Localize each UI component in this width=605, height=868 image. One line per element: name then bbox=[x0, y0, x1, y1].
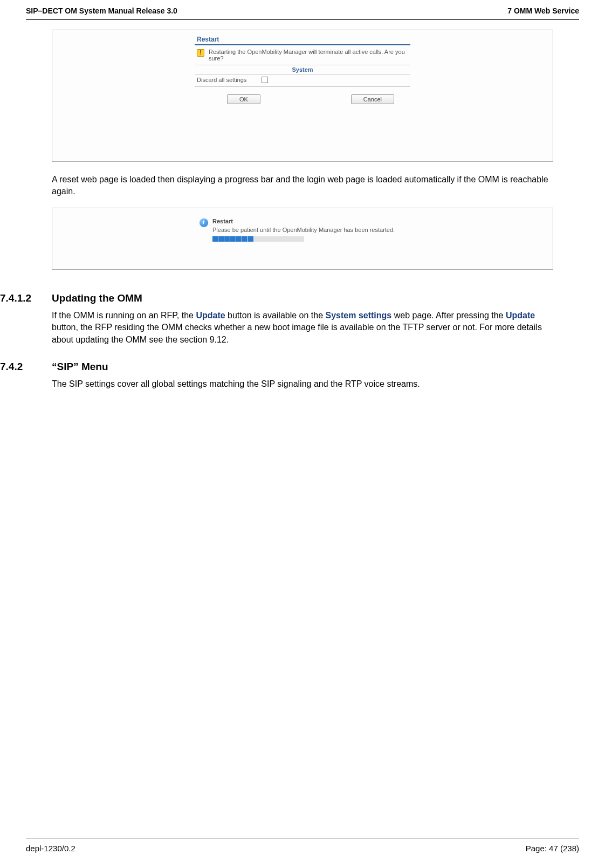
section-title: “SIP” Menu bbox=[52, 361, 108, 373]
page-footer: depl-1230/0.2 Page: 47 (238) bbox=[26, 838, 579, 853]
dialog-message: Restarting the OpenMobility Manager will… bbox=[209, 49, 408, 61]
para-sip-menu: The SIP settings cover all global settin… bbox=[52, 378, 553, 390]
discard-checkbox[interactable] bbox=[262, 77, 268, 83]
para-updating-omm: If the OMM is running on an RFP, the Upd… bbox=[52, 310, 553, 346]
system-settings-link: System settings bbox=[326, 311, 392, 320]
header-right: 7 OMM Web Service bbox=[507, 6, 579, 15]
footer-right: Page: 47 (238) bbox=[526, 844, 579, 853]
cancel-button[interactable]: Cancel bbox=[351, 94, 394, 104]
system-divider: System bbox=[195, 65, 410, 74]
dialog2-message: Please be patient until the OpenMobility… bbox=[212, 227, 395, 233]
restart-progress-dialog: Restart Please be patient until the Open… bbox=[197, 215, 408, 245]
restart-progress-figure: Restart Please be patient until the Open… bbox=[52, 208, 553, 270]
info-icon bbox=[200, 218, 208, 227]
footer-left: depl-1230/0.2 bbox=[26, 844, 75, 853]
section-number: 7.4.1.2 bbox=[0, 292, 52, 304]
restart-confirm-dialog: Restart Restarting the OpenMobility Mana… bbox=[195, 36, 410, 104]
restart-confirm-figure: Restart Restarting the OpenMobility Mana… bbox=[52, 30, 553, 162]
para-reset-explain: A reset web page is loaded then displayi… bbox=[52, 174, 553, 198]
section-number: 7.4.2 bbox=[0, 361, 52, 373]
page-header: SIP–DECT OM System Manual Release 3.0 7 … bbox=[26, 6, 579, 20]
section-title: Updating the OMM bbox=[52, 292, 142, 304]
progress-bar bbox=[212, 236, 304, 242]
dialog2-title: Restart bbox=[212, 218, 395, 224]
warning-icon bbox=[197, 49, 204, 57]
update-link-2: Update bbox=[506, 311, 535, 320]
update-link-1: Update bbox=[196, 311, 225, 320]
discard-label: Discard all settings bbox=[197, 77, 246, 83]
dialog-title: Restart bbox=[195, 36, 410, 45]
header-left: SIP–DECT OM System Manual Release 3.0 bbox=[26, 6, 177, 15]
ok-button[interactable]: OK bbox=[227, 94, 260, 104]
